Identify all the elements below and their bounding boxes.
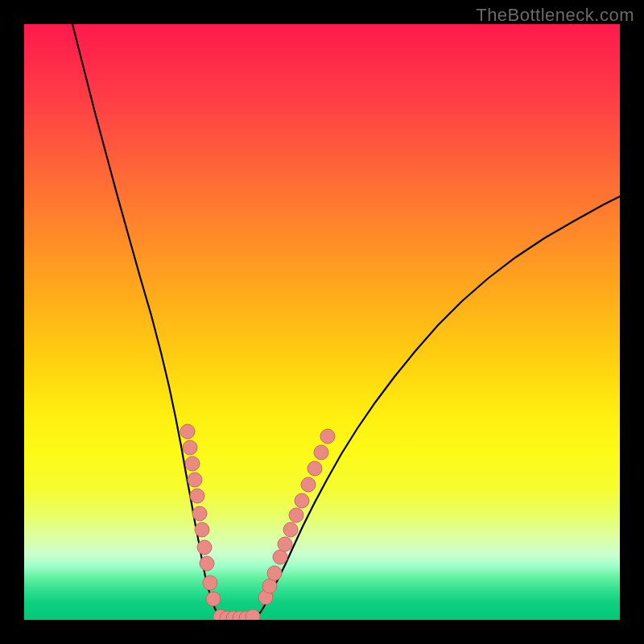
- data-point: [273, 550, 287, 564]
- data-point: [188, 473, 202, 487]
- data-point: [246, 609, 260, 620]
- data-point: [278, 537, 292, 551]
- watermark-text: TheBottleneck.com: [476, 5, 634, 26]
- data-point: [183, 440, 197, 455]
- chart-frame: [24, 24, 620, 620]
- data-points-group: [180, 424, 335, 620]
- data-point: [197, 540, 212, 555]
- data-point: [195, 522, 209, 537]
- data-point: [203, 576, 217, 590]
- data-point: [180, 424, 195, 439]
- data-point: [267, 566, 282, 580]
- data-point: [301, 477, 316, 492]
- data-point: [295, 493, 309, 508]
- data-point: [320, 429, 335, 444]
- data-point: [283, 522, 298, 537]
- data-point: [185, 456, 200, 471]
- data-point: [314, 445, 328, 460]
- data-point: [200, 556, 214, 571]
- data-point: [206, 592, 221, 606]
- data-point: [308, 461, 322, 476]
- data-point: [262, 579, 277, 593]
- data-point: [190, 489, 204, 503]
- data-points-layer: [24, 24, 620, 620]
- data-point: [289, 508, 303, 522]
- data-point: [192, 506, 207, 521]
